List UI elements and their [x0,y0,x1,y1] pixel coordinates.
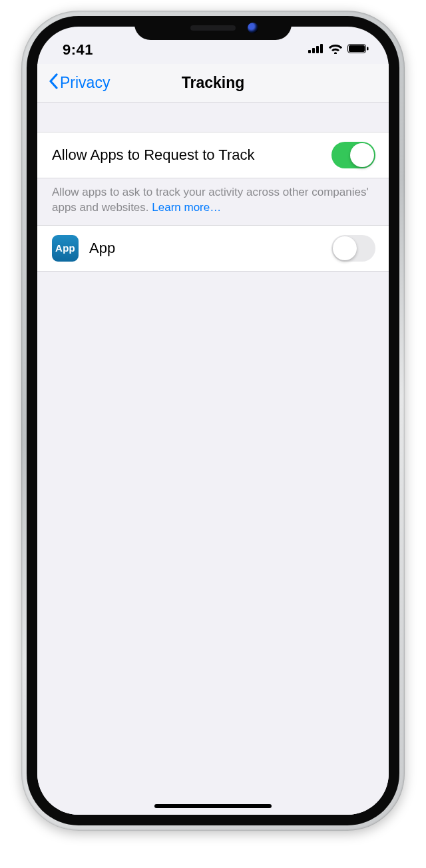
toggle-knob [333,236,357,260]
back-button[interactable]: Privacy [44,71,114,96]
app-tracking-row: AppApp [37,225,389,272]
section-footer: Allow apps to ask to track your activity… [37,178,389,225]
status-icons [308,43,369,57]
settings-content: Allow Apps to Request to Track Allow app… [37,103,389,815]
learn-more-link[interactable]: Learn more… [152,201,221,214]
screen: 9:41 [37,27,389,815]
svg-rect-0 [308,50,311,53]
wifi-icon [328,43,343,57]
front-camera [248,23,258,33]
speaker-grill [190,25,236,31]
back-label: Privacy [60,74,110,92]
home-indicator[interactable] [154,804,272,808]
app-name-label: App [89,240,331,257]
status-time: 9:41 [63,41,93,59]
app-tracking-toggle[interactable] [331,235,375,262]
allow-request-to-track-label: Allow Apps to Request to Track [52,146,331,164]
chevron-left-icon [48,73,59,93]
svg-rect-2 [316,46,319,53]
device-frame: 9:41 [21,11,405,831]
svg-rect-5 [349,45,365,52]
svg-rect-6 [367,47,369,51]
battery-icon [347,44,369,56]
app-list: AppApp [37,225,389,272]
cellular-icon [308,44,323,56]
app-icon: App [52,235,79,262]
bezel: 9:41 [27,16,399,825]
toggle-knob [350,143,374,167]
nav-bar: Privacy Tracking [37,64,389,103]
svg-rect-1 [312,48,315,53]
allow-request-to-track-toggle[interactable] [331,142,375,168]
allow-request-to-track-row: Allow Apps to Request to Track [37,132,389,178]
svg-rect-3 [320,44,323,53]
